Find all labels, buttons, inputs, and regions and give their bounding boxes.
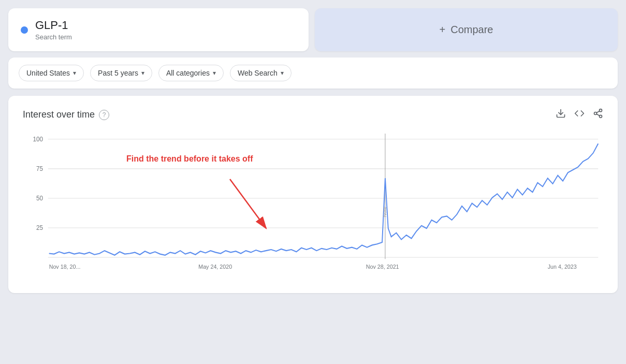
top-section: GLP-1 Search term + Compare bbox=[8, 8, 618, 51]
help-icon[interactable]: ? bbox=[99, 110, 109, 120]
filter-bar: United States ▾ Past 5 years ▾ All categ… bbox=[8, 57, 618, 89]
filter-type[interactable]: Web Search ▾ bbox=[230, 65, 292, 81]
filter-location[interactable]: United States ▾ bbox=[19, 65, 84, 81]
chart-container: Find the trend before it takes off 100 7… bbox=[23, 134, 603, 279]
search-label: Search term bbox=[35, 33, 72, 41]
chevron-down-icon: ▾ bbox=[73, 69, 76, 77]
chart-svg: 100 75 50 25 Nov 18, 20... May 24, 2020 … bbox=[23, 134, 603, 279]
filter-type-label: Web Search bbox=[238, 69, 278, 77]
search-card: GLP-1 Search term bbox=[8, 8, 309, 51]
svg-text:Nov 28, 2021: Nov 28, 2021 bbox=[366, 263, 399, 270]
compare-label: Compare bbox=[450, 24, 493, 36]
chart-card: Interest over time ? Find the trend befo… bbox=[8, 96, 618, 293]
svg-text:May 24, 2020: May 24, 2020 bbox=[198, 263, 232, 270]
svg-text:100: 100 bbox=[33, 136, 43, 143]
chevron-down-icon: ▾ bbox=[281, 69, 284, 77]
filter-time-label: Past 5 years bbox=[98, 69, 138, 77]
search-dot bbox=[21, 26, 28, 34]
download-icon[interactable] bbox=[556, 108, 566, 121]
annotation-text: Find the trend before it takes off bbox=[126, 154, 253, 164]
svg-text:Jun 4, 2023: Jun 4, 2023 bbox=[548, 263, 577, 270]
search-term: GLP-1 bbox=[35, 19, 72, 32]
plus-icon: + bbox=[440, 24, 446, 36]
filter-time[interactable]: Past 5 years ▾ bbox=[90, 65, 152, 81]
chevron-down-icon: ▾ bbox=[141, 69, 144, 77]
search-info: GLP-1 Search term bbox=[35, 19, 72, 41]
filter-category[interactable]: All categories ▾ bbox=[158, 65, 224, 81]
chart-title-area: Interest over time ? bbox=[23, 109, 109, 120]
svg-text:Nov 18, 20...: Nov 18, 20... bbox=[49, 263, 81, 270]
compare-card[interactable]: + Compare bbox=[315, 8, 618, 51]
svg-text:Note: Note bbox=[382, 207, 387, 217]
chart-actions bbox=[556, 108, 603, 121]
svg-line-5 bbox=[596, 111, 600, 112]
svg-line-4 bbox=[596, 114, 600, 115]
svg-text:75: 75 bbox=[36, 165, 43, 173]
code-icon[interactable] bbox=[574, 108, 585, 121]
chevron-down-icon: ▾ bbox=[213, 69, 216, 77]
filter-location-label: United States bbox=[26, 69, 70, 77]
svg-text:25: 25 bbox=[36, 224, 43, 232]
chart-title: Interest over time bbox=[23, 109, 95, 120]
filter-category-label: All categories bbox=[166, 69, 210, 77]
share-icon[interactable] bbox=[593, 108, 603, 121]
svg-text:50: 50 bbox=[36, 195, 43, 202]
chart-header: Interest over time ? bbox=[23, 108, 603, 121]
